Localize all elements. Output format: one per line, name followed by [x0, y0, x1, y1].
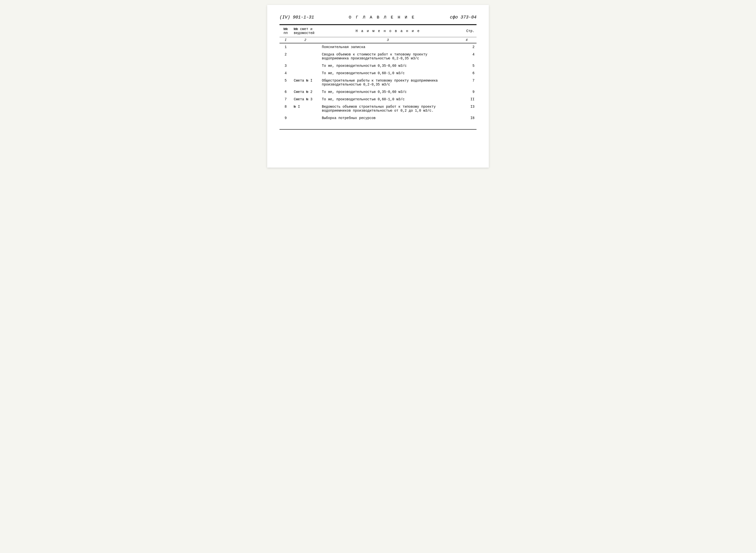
row-name: То же, производительностью 0,35-0,60 м3/… [319, 62, 457, 70]
row-num: 3 [280, 62, 292, 70]
row-smeta: № I [292, 103, 319, 114]
row-page: I8 [457, 114, 476, 122]
col-header-name: Н а и м е н о в а н и е [319, 25, 457, 37]
subheader-smeta: 2 [292, 37, 319, 44]
row-name: То же, производительностью 0,60-1,0 м3/с [319, 96, 457, 103]
row-name: То же, производительностью 0,35-0,60 м3/… [319, 88, 457, 96]
subheader-num: I [280, 37, 292, 44]
row-smeta [292, 62, 319, 70]
subheader-name: 3 [319, 37, 457, 44]
table-row: 3То же, производительностью 0,35-0,60 м3… [280, 62, 476, 70]
row-name: Выборка потребных ресурсов [319, 114, 457, 122]
document-header: (IV) 901-1-31 О Г Л А В Л Е Н И Е сфо 37… [280, 15, 476, 20]
row-smeta: Смета № I [292, 77, 319, 88]
col-header-page: Стр. [457, 25, 476, 37]
table-row: 9Выборка потребных ресурсовI8 [280, 114, 476, 122]
row-name: Сводка объемов к стоимости работ к типов… [319, 51, 457, 62]
row-page: 5 [457, 62, 476, 70]
table-row: 2Сводка объемов к стоимости работ к типо… [280, 51, 476, 62]
row-page: 6 [457, 70, 476, 77]
row-name: То же, производительностью 0,60-1,0 м3/с [319, 70, 457, 77]
row-page: II [457, 96, 476, 103]
row-page: 9 [457, 88, 476, 96]
subheader-page: 4 [457, 37, 476, 44]
table-row: 4То же, производительностью 0,60-1,0 м3/… [280, 70, 476, 77]
col-header-num: №№пп [280, 25, 292, 37]
row-num: 2 [280, 51, 292, 62]
doc-number-right: сфо 373-04 [450, 15, 476, 20]
row-num: 5 [280, 77, 292, 88]
row-smeta [292, 51, 319, 62]
row-num: 1 [280, 43, 292, 51]
row-num: 8 [280, 103, 292, 114]
doc-title: О Г Л А В Л Е Н И Е [349, 15, 415, 20]
col-header-smeta: №№ смет иведомостей [292, 25, 319, 37]
row-name: Общестроительные работы к типовому проек… [319, 77, 457, 88]
row-smeta [292, 43, 319, 51]
table-row: 1Пояснительная записка2 [280, 43, 476, 51]
toc-table: №№пп №№ смет иведомостей Н а и м е н о в… [280, 25, 476, 122]
table-row: 5Смета № IОбщестроительные работы к типо… [280, 77, 476, 88]
table-header-row: №№пп №№ смет иведомостей Н а и м е н о в… [280, 25, 476, 37]
row-name: Ведомость объемов строительных работ к т… [319, 103, 457, 114]
table-row: 6Смета № 2То же, производительностью 0,3… [280, 88, 476, 96]
row-smeta: Смета № 2 [292, 88, 319, 96]
table-row: 8№ IВедомость объемов строительных работ… [280, 103, 476, 114]
table-subheader-row: I 2 3 4 [280, 37, 476, 44]
bottom-border-line [280, 129, 476, 130]
toc-table-container: №№пп №№ смет иведомостей Н а и м е н о в… [280, 25, 476, 122]
row-smeta [292, 114, 319, 122]
document-page: (IV) 901-1-31 О Г Л А В Л Е Н И Е сфо 37… [267, 5, 489, 168]
table-row: 7Смета № 3То же, производительностью 0,6… [280, 96, 476, 103]
row-smeta: Смета № 3 [292, 96, 319, 103]
row-page: 7 [457, 77, 476, 88]
row-page: I3 [457, 103, 476, 114]
row-page: 2 [457, 43, 476, 51]
row-num: 6 [280, 88, 292, 96]
row-num: 9 [280, 114, 292, 122]
row-smeta [292, 70, 319, 77]
row-num: 7 [280, 96, 292, 103]
row-num: 4 [280, 70, 292, 77]
row-name: Пояснительная записка [319, 43, 457, 51]
row-page: 4 [457, 51, 476, 62]
doc-number-left: (IV) 901-1-31 [280, 15, 314, 20]
